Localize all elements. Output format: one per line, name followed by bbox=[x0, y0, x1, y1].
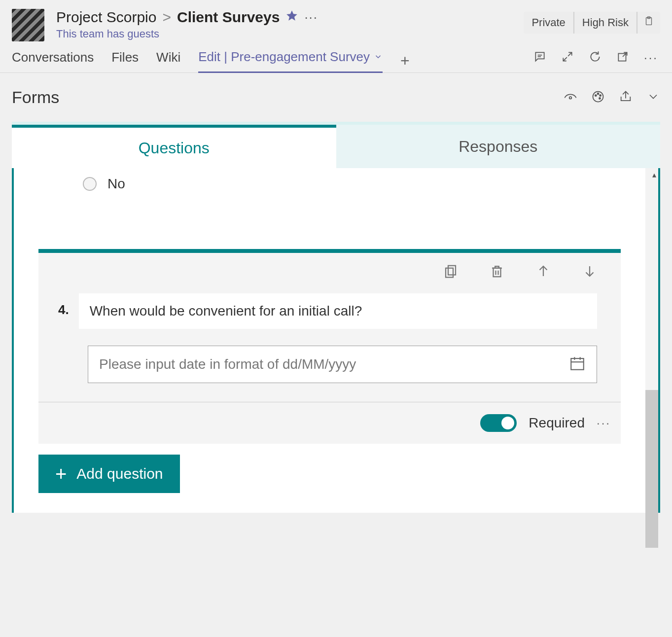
svg-point-10 bbox=[595, 95, 597, 96]
tab-edit-survey-label: Edit | Pre-engagement Survey bbox=[198, 49, 370, 65]
breadcrumb: Project Scorpio > Client Surveys ··· bbox=[56, 9, 512, 26]
svg-rect-15 bbox=[446, 268, 453, 278]
date-placeholder: Please input date in format of dd/MM/yyy… bbox=[99, 356, 564, 372]
svg-rect-14 bbox=[448, 266, 456, 275]
form-tab-questions[interactable]: Questions bbox=[12, 125, 336, 168]
team-name[interactable]: Project Scorpio bbox=[56, 9, 156, 26]
theme-icon[interactable] bbox=[591, 90, 605, 106]
svg-point-13 bbox=[599, 97, 601, 99]
add-question-button[interactable]: + Add question bbox=[38, 455, 180, 493]
radio-icon[interactable] bbox=[83, 177, 97, 191]
form-tab-responses[interactable]: Responses bbox=[336, 125, 661, 168]
question-text-input[interactable]: When would be convenient for an initial … bbox=[79, 293, 597, 329]
question-number: 4. bbox=[58, 293, 69, 318]
channel-name[interactable]: Client Surveys bbox=[177, 9, 280, 26]
scrollbar[interactable]: ▴ bbox=[645, 168, 658, 513]
required-toggle[interactable] bbox=[480, 414, 517, 432]
radio-option-label: No bbox=[107, 176, 125, 192]
chat-icon[interactable] bbox=[533, 50, 546, 65]
delete-question-icon[interactable] bbox=[490, 263, 504, 282]
question-card: 4. When would be convenient for an initi… bbox=[38, 249, 621, 444]
guests-notice: This team has guests bbox=[56, 28, 512, 40]
breadcrumb-separator: > bbox=[162, 9, 171, 26]
svg-point-11 bbox=[597, 93, 599, 94]
svg-line-4 bbox=[568, 52, 572, 56]
add-question-label: Add question bbox=[76, 465, 163, 482]
refresh-icon[interactable] bbox=[589, 50, 601, 65]
scroll-up-arrow-icon[interactable]: ▴ bbox=[652, 170, 656, 179]
tab-edit-survey[interactable]: Edit | Pre-engagement Survey bbox=[198, 49, 383, 73]
clipboard-badge-icon[interactable] bbox=[637, 12, 660, 34]
copy-question-icon[interactable] bbox=[443, 263, 458, 282]
tab-conversations[interactable]: Conversations bbox=[12, 50, 94, 72]
pop-out-icon[interactable] bbox=[616, 50, 629, 65]
chevron-down-icon[interactable] bbox=[374, 49, 383, 65]
tab-wiki[interactable]: Wiki bbox=[156, 50, 180, 72]
tab-files[interactable]: Files bbox=[111, 50, 139, 72]
question-more-icon[interactable]: ··· bbox=[597, 416, 611, 430]
add-tab-icon[interactable]: + bbox=[400, 52, 410, 70]
svg-rect-16 bbox=[494, 268, 501, 277]
collapse-chevron-icon[interactable] bbox=[646, 90, 660, 106]
date-input[interactable]: Please input date in format of dd/MM/yyy… bbox=[88, 346, 597, 383]
more-options-icon[interactable]: ··· bbox=[304, 10, 318, 25]
svg-line-5 bbox=[563, 57, 567, 61]
forms-title: Forms bbox=[12, 88, 564, 107]
svg-rect-22 bbox=[571, 358, 584, 370]
favorite-star-icon[interactable] bbox=[285, 9, 298, 26]
move-down-icon[interactable] bbox=[582, 263, 597, 282]
privacy-badge: Private bbox=[524, 12, 574, 34]
risk-badge: High Risk bbox=[574, 12, 637, 34]
required-label: Required bbox=[529, 415, 585, 431]
team-avatar[interactable] bbox=[12, 9, 44, 41]
move-up-icon[interactable] bbox=[536, 263, 551, 282]
channel-badges: Private High Risk bbox=[524, 12, 660, 34]
svg-point-8 bbox=[569, 97, 572, 99]
toolbar-more-icon[interactable]: ··· bbox=[644, 51, 658, 65]
scroll-thumb[interactable] bbox=[645, 390, 658, 548]
preview-icon[interactable] bbox=[564, 90, 577, 106]
calendar-icon[interactable] bbox=[569, 355, 586, 374]
radio-option-row[interactable]: No bbox=[38, 173, 621, 195]
share-icon[interactable] bbox=[619, 90, 633, 106]
svg-point-12 bbox=[600, 95, 601, 96]
expand-icon[interactable] bbox=[561, 50, 574, 65]
